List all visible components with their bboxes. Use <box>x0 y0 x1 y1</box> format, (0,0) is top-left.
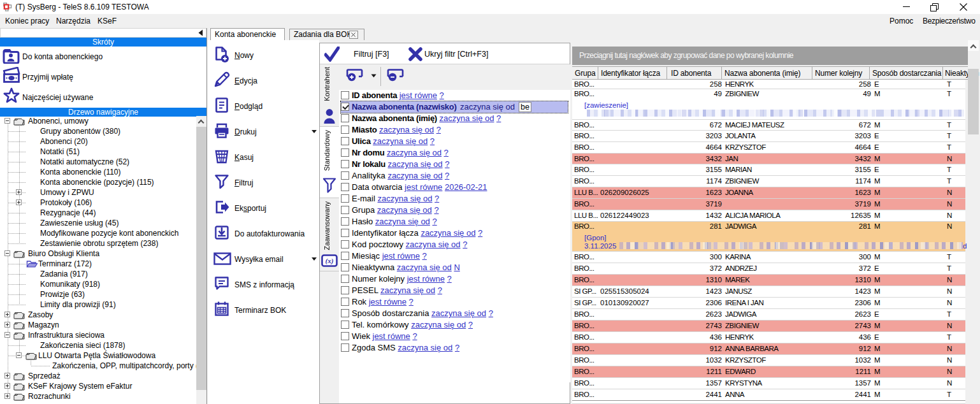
svg-text:(x): (x) <box>326 257 334 265</box>
